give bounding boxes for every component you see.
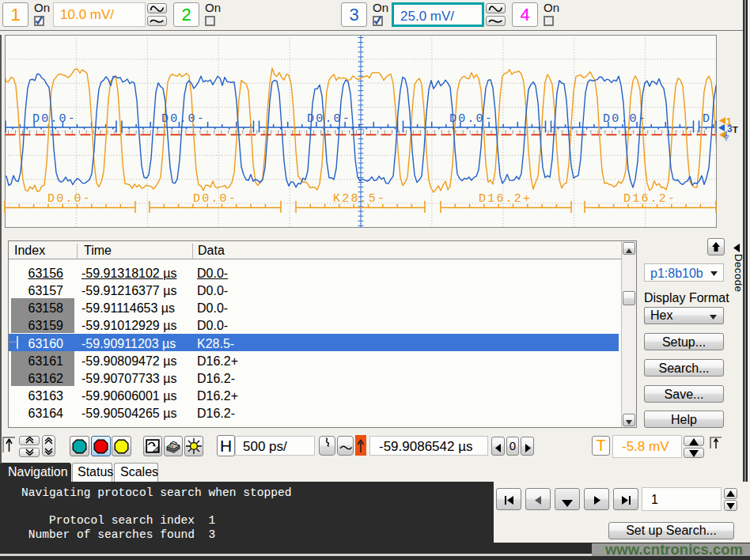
svg-text:D0.0-: D0.0- (47, 192, 92, 206)
svg-text:D0.0-: D0.0- (603, 112, 647, 126)
svg-text:3: 3 (727, 123, 733, 134)
svg-text:D0.0-: D0.0- (193, 192, 237, 206)
svg-text:T: T (733, 125, 738, 134)
svg-text:D16.2-: D16.2- (623, 192, 676, 206)
svg-text:D: D (703, 112, 711, 126)
svg-text:D0.0-: D0.0- (161, 112, 206, 126)
svg-text:D0.0-: D0.0- (449, 112, 494, 126)
svg-text:D0.0-: D0.0- (307, 112, 351, 126)
svg-text:D0.0-: D0.0- (32, 112, 77, 126)
svg-text:D16.2+: D16.2+ (479, 192, 532, 206)
svg-text:K28.5-: K28.5- (333, 192, 386, 206)
